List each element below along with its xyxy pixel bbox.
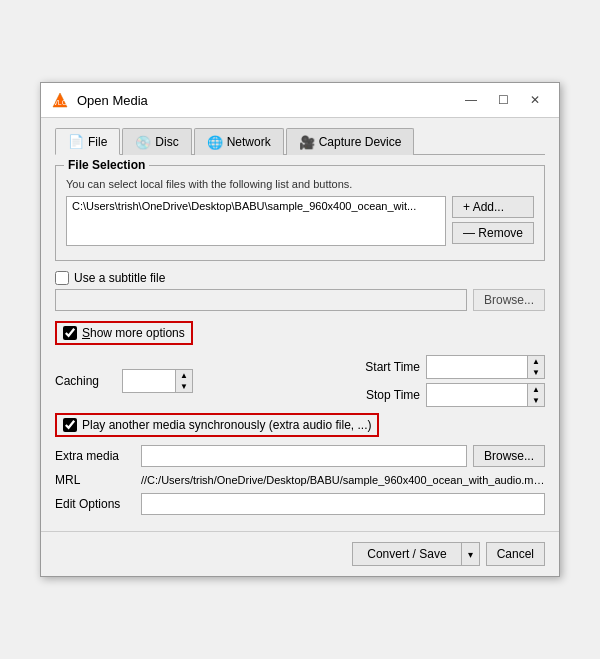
subtitle-checkbox-row: Use a subtitle file <box>55 271 545 285</box>
open-media-dialog: VLC Open Media — ☐ ✕ 📄 File 💿 Disc 🌐 Net… <box>40 82 560 577</box>
subtitle-checkbox-label[interactable]: Use a subtitle file <box>55 271 165 285</box>
caching-down[interactable]: ▼ <box>176 381 192 392</box>
play-sync-checkbox[interactable] <box>63 418 77 432</box>
start-time-down[interactable]: ▼ <box>528 367 544 378</box>
caching-label: Caching <box>55 374 110 388</box>
show-more-label[interactable]: Show more options <box>63 326 185 340</box>
file-list[interactable]: C:\Users\trish\OneDrive\Desktop\BABU\sam… <box>66 196 446 246</box>
extra-media-row: Extra media Browse... <box>55 445 545 467</box>
caching-arrows: ▲ ▼ <box>175 370 192 392</box>
subtitle-input[interactable] <box>55 289 467 311</box>
start-time-row: Start Time 00H:00m:00s.000 ▲ ▼ <box>360 355 545 379</box>
maximize-button[interactable]: ☐ <box>489 89 517 111</box>
extra-media-label: Extra media <box>55 449 135 463</box>
group-description: You can select local files with the foll… <box>66 178 534 190</box>
convert-save-split-button: Convert / Save ▾ <box>352 542 479 566</box>
extra-media-browse-button[interactable]: Browse... <box>473 445 545 467</box>
file-path-text: C:\Users\trish\OneDrive\Desktop\BABU\sam… <box>72 200 416 212</box>
add-button[interactable]: + Add... <box>452 196 534 218</box>
subtitle-checkbox[interactable] <box>55 271 69 285</box>
svg-text:VLC: VLC <box>53 99 67 106</box>
title-buttons: — ☐ ✕ <box>457 89 549 111</box>
tab-bar: 📄 File 💿 Disc 🌐 Network 🎥 Capture Device <box>55 128 545 155</box>
play-sync-label[interactable]: Play another media synchronously (extra … <box>63 418 371 432</box>
stop-time-input[interactable]: 00H:00m:00s.000 <box>427 386 527 404</box>
stop-time-arrows: ▲ ▼ <box>527 384 544 406</box>
show-more-options-box: Show more options <box>55 321 193 345</box>
edit-options-input[interactable]: :input-slave= :file-caching=1000 <box>141 493 545 515</box>
window-title: Open Media <box>77 93 148 108</box>
start-time-spinbox[interactable]: 00H:00m:00s.000 ▲ ▼ <box>426 355 545 379</box>
tab-file-label: File <box>88 135 107 149</box>
close-button[interactable]: ✕ <box>521 89 549 111</box>
show-more-checkbox[interactable] <box>63 326 77 340</box>
edit-options-label: Edit Options <box>55 497 135 511</box>
stop-time-up[interactable]: ▲ <box>528 384 544 395</box>
convert-save-arrow[interactable]: ▾ <box>462 542 480 566</box>
start-time-label: Start Time <box>360 360 420 374</box>
dialog-content: 📄 File 💿 Disc 🌐 Network 🎥 Capture Device… <box>41 118 559 531</box>
cancel-button[interactable]: Cancel <box>486 542 545 566</box>
subtitle-browse-button[interactable]: Browse... <box>473 289 545 311</box>
tab-capture-label: Capture Device <box>319 135 402 149</box>
tab-network[interactable]: 🌐 Network <box>194 128 284 155</box>
vlc-icon: VLC <box>51 91 69 109</box>
file-buttons: + Add... — Remove <box>452 196 534 246</box>
remove-button[interactable]: — Remove <box>452 222 534 244</box>
subtitle-label-text: Use a subtitle file <box>74 271 165 285</box>
start-time-up[interactable]: ▲ <box>528 356 544 367</box>
title-bar: VLC Open Media — ☐ ✕ <box>41 83 559 118</box>
caching-input[interactable]: 1000 ms <box>123 372 175 390</box>
tab-disc-label: Disc <box>155 135 178 149</box>
show-more-text: Show more options <box>82 326 185 340</box>
stop-time-spinbox[interactable]: 00H:00m:00s.000 ▲ ▼ <box>426 383 545 407</box>
play-sync-box: Play another media synchronously (extra … <box>55 413 379 437</box>
tab-file[interactable]: 📄 File <box>55 128 120 155</box>
stop-time-row: Stop Time 00H:00m:00s.000 ▲ ▼ <box>360 383 545 407</box>
edit-options-row: Edit Options :input-slave= :file-caching… <box>55 493 545 515</box>
mrl-label: MRL <box>55 473 135 487</box>
start-time-input[interactable]: 00H:00m:00s.000 <box>427 358 527 376</box>
file-input-area: C:\Users\trish\OneDrive\Desktop\BABU\sam… <box>66 196 534 246</box>
title-bar-left: VLC Open Media <box>51 91 148 109</box>
start-time-arrows: ▲ ▼ <box>527 356 544 378</box>
subtitle-input-row: Browse... <box>55 289 545 311</box>
tab-capture[interactable]: 🎥 Capture Device <box>286 128 415 155</box>
capture-tab-icon: 🎥 <box>299 135 315 150</box>
minimize-button[interactable]: — <box>457 89 485 111</box>
group-label: File Selection <box>64 158 149 172</box>
caching-up[interactable]: ▲ <box>176 370 192 381</box>
stop-time-down[interactable]: ▼ <box>528 395 544 406</box>
bottom-bar: Convert / Save ▾ Cancel <box>41 531 559 576</box>
play-sync-text: Play another media synchronously (extra … <box>82 418 371 432</box>
caching-spinbox[interactable]: 1000 ms ▲ ▼ <box>122 369 193 393</box>
file-tab-icon: 📄 <box>68 134 84 149</box>
time-section: Start Time 00H:00m:00s.000 ▲ ▼ Stop Time… <box>205 355 545 407</box>
mrl-value: //C:/Users/trish/OneDrive/Desktop/BABU/s… <box>141 474 545 486</box>
options-row: Caching 1000 ms ▲ ▼ Start Time 00H:00m:0… <box>55 355 545 407</box>
tab-network-label: Network <box>227 135 271 149</box>
file-selection-group: File Selection You can select local file… <box>55 165 545 261</box>
disc-tab-icon: 💿 <box>135 135 151 150</box>
mrl-row: MRL //C:/Users/trish/OneDrive/Desktop/BA… <box>55 473 545 487</box>
stop-time-label: Stop Time <box>360 388 420 402</box>
extra-media-input[interactable] <box>141 445 467 467</box>
network-tab-icon: 🌐 <box>207 135 223 150</box>
tab-disc[interactable]: 💿 Disc <box>122 128 191 155</box>
convert-save-button[interactable]: Convert / Save <box>352 542 461 566</box>
